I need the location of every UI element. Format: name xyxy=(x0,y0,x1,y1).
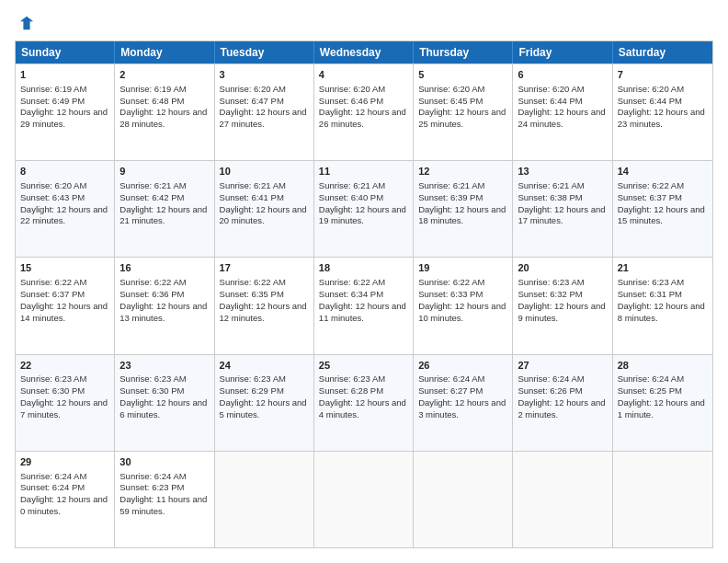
sunset-text: Sunset: 6:49 PM xyxy=(20,96,85,106)
calendar-empty-cell xyxy=(513,452,612,547)
sunset-text: Sunset: 6:26 PM xyxy=(518,385,582,396)
sunset-text: Sunset: 6:46 PM xyxy=(319,96,383,106)
sunrise-text: Sunrise: 6:20 AM xyxy=(618,84,684,94)
sunrise-text: Sunrise: 6:24 AM xyxy=(518,373,584,384)
sunrise-text: Sunrise: 6:20 AM xyxy=(418,84,484,94)
sunrise-text: Sunrise: 6:22 AM xyxy=(220,277,286,287)
daylight-text: Daylight: 12 hours and 27 minutes. xyxy=(220,107,307,129)
calendar-day-12: 12Sunrise: 6:21 AMSunset: 6:39 PMDayligh… xyxy=(414,161,513,257)
calendar-day-27: 27Sunrise: 6:24 AMSunset: 6:26 PMDayligh… xyxy=(513,355,612,451)
daylight-text: Daylight: 12 hours and 12 minutes. xyxy=(220,301,307,323)
sunset-text: Sunset: 6:47 PM xyxy=(220,96,284,106)
daylight-text: Daylight: 12 hours and 25 minutes. xyxy=(418,107,506,129)
sunset-text: Sunset: 6:29 PM xyxy=(220,385,284,396)
sunrise-text: Sunrise: 6:20 AM xyxy=(20,180,86,190)
day-number: 25 xyxy=(319,359,408,373)
calendar-day-1: 1Sunrise: 6:19 AMSunset: 6:49 PMDaylight… xyxy=(16,64,115,160)
sunset-text: Sunset: 6:27 PM xyxy=(418,385,483,396)
page-header xyxy=(15,15,713,31)
sunrise-text: Sunrise: 6:19 AM xyxy=(20,84,86,94)
calendar-day-29: 29Sunrise: 6:24 AMSunset: 6:24 PMDayligh… xyxy=(16,452,115,547)
daylight-text: Daylight: 12 hours and 28 minutes. xyxy=(119,107,207,129)
calendar-day-23: 23Sunrise: 6:23 AMSunset: 6:30 PMDayligh… xyxy=(115,355,214,451)
sunrise-text: Sunrise: 6:22 AM xyxy=(618,180,684,190)
sunrise-text: Sunrise: 6:24 AM xyxy=(618,373,684,384)
sunrise-text: Sunrise: 6:23 AM xyxy=(618,277,684,287)
calendar-header: SundayMondayTuesdayWednesdayThursdayFrid… xyxy=(16,41,712,63)
calendar-day-17: 17Sunrise: 6:22 AMSunset: 6:35 PMDayligh… xyxy=(215,258,314,353)
daylight-text: Daylight: 12 hours and 2 minutes. xyxy=(518,397,605,419)
sunset-text: Sunset: 6:25 PM xyxy=(618,385,682,396)
calendar-week-5: 29Sunrise: 6:24 AMSunset: 6:24 PMDayligh… xyxy=(16,451,712,547)
calendar-empty-cell xyxy=(314,452,414,547)
calendar-day-30: 30Sunrise: 6:24 AMSunset: 6:23 PMDayligh… xyxy=(115,452,214,547)
daylight-text: Daylight: 12 hours and 10 minutes. xyxy=(418,301,506,323)
day-number: 27 xyxy=(518,359,607,373)
header-day-monday: Monday xyxy=(115,41,214,63)
daylight-text: Daylight: 12 hours and 17 minutes. xyxy=(518,204,605,226)
daylight-text: Daylight: 12 hours and 4 minutes. xyxy=(319,397,406,419)
day-number: 13 xyxy=(518,165,607,178)
sunset-text: Sunset: 6:23 PM xyxy=(119,482,184,492)
sunrise-text: Sunrise: 6:24 AM xyxy=(119,471,186,481)
calendar-day-20: 20Sunrise: 6:23 AMSunset: 6:32 PMDayligh… xyxy=(513,258,612,353)
day-number: 6 xyxy=(518,68,607,82)
calendar-day-7: 7Sunrise: 6:20 AMSunset: 6:44 PMDaylight… xyxy=(613,64,712,160)
sunset-text: Sunset: 6:40 PM xyxy=(319,192,383,202)
daylight-text: Daylight: 12 hours and 0 minutes. xyxy=(20,494,108,516)
svg-marker-0 xyxy=(20,17,33,29)
daylight-text: Daylight: 12 hours and 19 minutes. xyxy=(319,204,406,226)
sunrise-text: Sunrise: 6:23 AM xyxy=(319,373,385,384)
sunset-text: Sunset: 6:34 PM xyxy=(319,289,383,299)
calendar-day-21: 21Sunrise: 6:23 AMSunset: 6:31 PMDayligh… xyxy=(613,258,712,353)
sunrise-text: Sunrise: 6:23 AM xyxy=(119,373,186,384)
daylight-text: Daylight: 12 hours and 14 minutes. xyxy=(20,301,108,323)
sunset-text: Sunset: 6:45 PM xyxy=(418,96,483,106)
daylight-text: Daylight: 12 hours and 22 minutes. xyxy=(20,204,108,226)
day-number: 7 xyxy=(618,68,708,82)
sunset-text: Sunset: 6:48 PM xyxy=(119,96,184,106)
sunset-text: Sunset: 6:36 PM xyxy=(119,289,184,299)
sunrise-text: Sunrise: 6:21 AM xyxy=(418,180,484,190)
daylight-text: Daylight: 12 hours and 5 minutes. xyxy=(220,397,307,419)
calendar-day-26: 26Sunrise: 6:24 AMSunset: 6:27 PMDayligh… xyxy=(414,355,513,451)
calendar-empty-cell xyxy=(215,452,314,547)
calendar-day-11: 11Sunrise: 6:21 AMSunset: 6:40 PMDayligh… xyxy=(314,161,414,257)
daylight-text: Daylight: 12 hours and 9 minutes. xyxy=(518,301,605,323)
daylight-text: Daylight: 12 hours and 11 minutes. xyxy=(319,301,406,323)
header-day-friday: Friday xyxy=(513,41,612,63)
header-day-saturday: Saturday xyxy=(613,41,712,63)
sunrise-text: Sunrise: 6:19 AM xyxy=(119,84,186,94)
daylight-text: Daylight: 12 hours and 18 minutes. xyxy=(418,204,506,226)
day-number: 22 xyxy=(20,359,109,373)
calendar-day-15: 15Sunrise: 6:22 AMSunset: 6:37 PMDayligh… xyxy=(16,258,115,353)
calendar-day-3: 3Sunrise: 6:20 AMSunset: 6:47 PMDaylight… xyxy=(215,64,314,160)
sunset-text: Sunset: 6:24 PM xyxy=(20,482,85,492)
sunset-text: Sunset: 6:31 PM xyxy=(618,289,682,299)
calendar-day-9: 9Sunrise: 6:21 AMSunset: 6:42 PMDaylight… xyxy=(115,161,214,257)
sunrise-text: Sunrise: 6:22 AM xyxy=(319,277,385,287)
logo-flag-icon xyxy=(18,15,35,31)
day-number: 9 xyxy=(119,165,209,178)
sunrise-text: Sunrise: 6:22 AM xyxy=(418,277,484,287)
day-number: 8 xyxy=(20,165,109,178)
daylight-text: Daylight: 12 hours and 7 minutes. xyxy=(20,397,108,419)
day-number: 11 xyxy=(319,165,408,178)
calendar-day-2: 2Sunrise: 6:19 AMSunset: 6:48 PMDaylight… xyxy=(115,64,214,160)
day-number: 10 xyxy=(220,165,309,178)
sunrise-text: Sunrise: 6:21 AM xyxy=(220,180,286,190)
day-number: 16 xyxy=(119,261,209,275)
calendar-day-28: 28Sunrise: 6:24 AMSunset: 6:25 PMDayligh… xyxy=(613,355,712,451)
calendar-day-19: 19Sunrise: 6:22 AMSunset: 6:33 PMDayligh… xyxy=(414,258,513,353)
calendar-empty-cell xyxy=(613,452,712,547)
sunrise-text: Sunrise: 6:24 AM xyxy=(418,373,484,384)
sunrise-text: Sunrise: 6:20 AM xyxy=(319,84,385,94)
sunrise-text: Sunrise: 6:23 AM xyxy=(20,373,86,384)
daylight-text: Daylight: 12 hours and 24 minutes. xyxy=(518,107,605,129)
sunrise-text: Sunrise: 6:20 AM xyxy=(220,84,286,94)
sunset-text: Sunset: 6:30 PM xyxy=(20,385,85,396)
sunset-text: Sunset: 6:42 PM xyxy=(119,192,184,202)
calendar-day-22: 22Sunrise: 6:23 AMSunset: 6:30 PMDayligh… xyxy=(16,355,115,451)
day-number: 3 xyxy=(220,68,309,82)
sunrise-text: Sunrise: 6:21 AM xyxy=(518,180,584,190)
